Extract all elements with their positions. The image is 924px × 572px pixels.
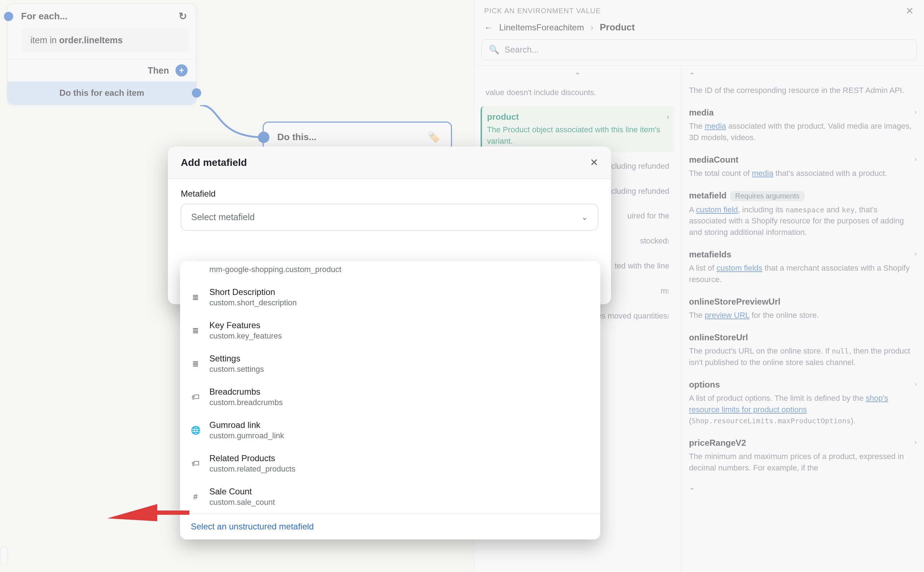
- dropdown-item[interactable]: ≣Settingscustom.settings: [180, 347, 600, 380]
- dropdown-item[interactable]: ≡ mm-google-shopping.custom_product: [180, 261, 600, 281]
- tag-icon: 🏷: [190, 393, 201, 402]
- dropdown-item[interactable]: ≣Short Descriptioncustom.short_descripti…: [180, 281, 600, 314]
- dropdown-item-key: custom.related_products: [209, 465, 296, 474]
- dropdown-item-key: custom.breadcrumbs: [209, 398, 283, 407]
- metafield-select[interactable]: Select metafield ⌄: [181, 204, 598, 231]
- dropdown-item[interactable]: 🏷Breadcrumbscustom.breadcrumbs: [180, 380, 600, 413]
- dropdown-item-title: Settings: [209, 354, 264, 364]
- dropdown-item[interactable]: ≣Key Featurescustom.key_features: [180, 314, 600, 347]
- annotation-arrow: [107, 493, 193, 529]
- dropdown-item-key: custom.short_description: [209, 298, 297, 308]
- dropdown-item-title: Gumroad link: [209, 420, 284, 430]
- globe-icon: 🌐: [190, 426, 201, 435]
- dropdown-item-key: mm-google-shopping.custom_product: [209, 265, 341, 274]
- dropdown-item[interactable]: 🏷Related Productscustom.related_products: [180, 447, 600, 480]
- dropdown-item-title: Key Features: [209, 320, 282, 330]
- dropdown-item-title: Sale Count: [209, 487, 275, 497]
- text-icon: ≣: [190, 293, 201, 302]
- unstructured-metafield-link[interactable]: Select an unstructured metafield: [191, 522, 314, 531]
- dropdown-item-title: Short Description: [209, 287, 297, 297]
- close-icon[interactable]: ✕: [590, 157, 598, 168]
- dropdown-item-title: Breadcrumbs: [209, 387, 283, 397]
- select-placeholder: Select metafield: [191, 212, 255, 222]
- dropdown-item-key: custom.gumroad_link: [209, 431, 284, 440]
- dropdown-item[interactable]: #Sale Countcustom.sale_count: [180, 480, 600, 513]
- svg-marker-1: [107, 504, 189, 521]
- chevron-down-icon: ⌄: [581, 213, 588, 222]
- metafield-dropdown: ≡ mm-google-shopping.custom_product ≣Sho…: [180, 261, 600, 539]
- text-icon: ≣: [190, 326, 201, 335]
- dropdown-item-key: custom.settings: [209, 365, 264, 374]
- dropdown-item-key: custom.sale_count: [209, 497, 275, 507]
- metafield-label: Metafield: [181, 189, 598, 199]
- tag-icon: 🏷: [190, 459, 201, 468]
- dropdown-item[interactable]: 🌐Gumroad linkcustom.gumroad_link: [180, 413, 600, 447]
- text-icon: ≣: [190, 359, 201, 368]
- dropdown-item-title: Related Products: [209, 453, 296, 463]
- modal-title: Add metafield: [181, 157, 247, 168]
- dropdown-item-key: custom.key_features: [209, 331, 282, 341]
